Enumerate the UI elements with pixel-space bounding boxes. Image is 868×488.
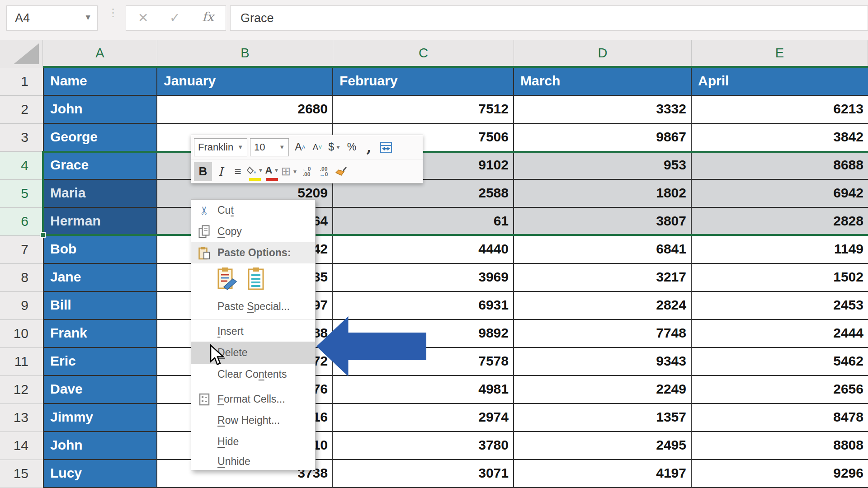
row-header-1[interactable]: 1 bbox=[0, 68, 43, 96]
menu-item-unhide[interactable]: Unhide bbox=[191, 452, 315, 471]
menu-item-insert[interactable]: Insert bbox=[191, 321, 315, 342]
bold-button[interactable]: B bbox=[194, 162, 212, 181]
cell-e12[interactable]: 2656 bbox=[692, 376, 868, 404]
row-header-2[interactable]: 2 bbox=[0, 96, 43, 124]
cell-a9[interactable]: Bill bbox=[43, 292, 157, 320]
font-size-dropdown[interactable]: 10 ▼ bbox=[250, 138, 289, 156]
font-name-dropdown[interactable]: Franklin ▼ bbox=[194, 138, 247, 156]
cell-c7[interactable]: 4440 bbox=[333, 236, 514, 264]
cell-e6[interactable]: 2828 bbox=[692, 208, 868, 236]
italic-button[interactable]: I bbox=[212, 162, 229, 181]
column-header-d[interactable]: D bbox=[514, 40, 692, 68]
cell-c9[interactable]: 6931 bbox=[333, 292, 514, 320]
cell-a6[interactable]: Herman bbox=[43, 208, 157, 236]
row-header-14[interactable]: 14 bbox=[0, 432, 43, 460]
cell-d15[interactable]: 4197 bbox=[514, 460, 692, 488]
chevron-down-icon[interactable]: ▼ bbox=[84, 13, 92, 22]
cell-e11[interactable]: 5462 bbox=[692, 348, 868, 376]
cell-a15[interactable]: Lucy bbox=[43, 460, 157, 488]
column-header-a[interactable]: A bbox=[43, 40, 157, 68]
comma-style-button[interactable]: , bbox=[360, 138, 377, 157]
cell-a13[interactable]: Jimmy bbox=[43, 404, 157, 432]
cell-header[interactable]: April bbox=[692, 68, 868, 96]
enter-icon[interactable]: ✓ bbox=[170, 10, 180, 25]
paste-values-icon[interactable] bbox=[247, 267, 265, 292]
center-align-icon[interactable]: ≡ bbox=[229, 162, 246, 181]
cell-d4[interactable]: 953 bbox=[514, 152, 692, 180]
cell-header[interactable]: February bbox=[333, 68, 514, 96]
cell-a7[interactable]: Bob bbox=[43, 236, 157, 264]
paste-keep-formatting-icon[interactable] bbox=[217, 267, 237, 292]
cell-c14[interactable]: 3780 bbox=[333, 432, 514, 460]
cell-e4[interactable]: 8688 bbox=[692, 152, 868, 180]
percent-style-button[interactable]: % bbox=[343, 138, 360, 157]
cell-d12[interactable]: 2249 bbox=[514, 376, 692, 404]
cell-e14[interactable]: 8808 bbox=[692, 432, 868, 460]
menu-item-paste-options[interactable]: Paste Options: bbox=[191, 242, 315, 263]
cell-a2[interactable]: John bbox=[43, 96, 157, 124]
cell-d13[interactable]: 1357 bbox=[514, 404, 692, 432]
cell-a14[interactable]: John bbox=[43, 432, 157, 460]
cell-a10[interactable]: Frank bbox=[43, 320, 157, 348]
cell-c15[interactable]: 3071 bbox=[333, 460, 514, 488]
selection-fill-handle[interactable] bbox=[40, 232, 46, 238]
cell-e2[interactable]: 6213 bbox=[692, 96, 868, 124]
fill-color-button[interactable]: ▼ bbox=[246, 161, 264, 183]
row-header-12[interactable]: 12 bbox=[0, 376, 43, 404]
cell-c13[interactable]: 2974 bbox=[333, 404, 514, 432]
cell-d2[interactable]: 3332 bbox=[514, 96, 692, 124]
row-header-9[interactable]: 9 bbox=[0, 292, 43, 320]
cell-d9[interactable]: 2824 bbox=[514, 292, 692, 320]
cancel-icon[interactable]: ✕ bbox=[138, 10, 148, 25]
menu-item-clear-contents[interactable]: Clear Contents bbox=[191, 364, 315, 385]
select-all-button[interactable] bbox=[0, 40, 43, 68]
row-header-7[interactable]: 7 bbox=[0, 236, 43, 264]
row-header-4[interactable]: 4 bbox=[0, 152, 43, 180]
autofit-width-icon[interactable] bbox=[377, 138, 395, 157]
borders-button[interactable]: ⊞▼ bbox=[281, 162, 298, 181]
menu-item-paste-special[interactable]: Paste Special... bbox=[191, 296, 315, 317]
cell-header[interactable]: January bbox=[157, 68, 333, 96]
cell-a5[interactable]: Maria bbox=[43, 180, 157, 208]
cell-e7[interactable]: 1149 bbox=[692, 236, 868, 264]
cell-d8[interactable]: 3217 bbox=[514, 264, 692, 292]
cell-d11[interactable]: 9343 bbox=[514, 348, 692, 376]
grow-font-button[interactable]: A˄ bbox=[292, 138, 309, 157]
cell-d6[interactable]: 3807 bbox=[514, 208, 692, 236]
cell-a1[interactable]: Name bbox=[43, 68, 157, 96]
row-header-13[interactable]: 13 bbox=[0, 404, 43, 432]
cell-a11[interactable]: Eric bbox=[43, 348, 157, 376]
format-painter-icon[interactable] bbox=[332, 162, 349, 181]
menu-item-cut[interactable]: ✂Cut bbox=[191, 200, 315, 221]
cell-e8[interactable]: 1502 bbox=[692, 264, 868, 292]
insert-function-icon[interactable]: fx bbox=[202, 9, 214, 24]
row-header-6[interactable]: 6 bbox=[0, 208, 43, 236]
cell-d14[interactable]: 2495 bbox=[514, 432, 692, 460]
row-header-15[interactable]: 15 bbox=[0, 460, 43, 488]
cell-e9[interactable]: 2453 bbox=[692, 292, 868, 320]
row-header-3[interactable]: 3 bbox=[0, 124, 43, 152]
cell-a3[interactable]: George bbox=[43, 124, 157, 152]
cell-d10[interactable]: 7748 bbox=[514, 320, 692, 348]
menu-item-copy[interactable]: Copy bbox=[191, 221, 315, 242]
cell-c2[interactable]: 7512 bbox=[333, 96, 514, 124]
cell-a4[interactable]: Grace bbox=[43, 152, 157, 180]
cell-e5[interactable]: 6942 bbox=[692, 180, 868, 208]
row-header-11[interactable]: 11 bbox=[0, 348, 43, 376]
cell-d7[interactable]: 6841 bbox=[514, 236, 692, 264]
cell-header[interactable]: March bbox=[514, 68, 692, 96]
cell-b2[interactable]: 2680 bbox=[157, 96, 333, 124]
cell-d3[interactable]: 9867 bbox=[514, 124, 692, 152]
cell-e3[interactable]: 3842 bbox=[692, 124, 868, 152]
formula-input[interactable]: Grace bbox=[230, 5, 868, 31]
column-header-c[interactable]: C bbox=[333, 40, 514, 68]
decrease-decimal-button[interactable]: ←←00.00 bbox=[298, 162, 315, 181]
cell-e15[interactable]: 9296 bbox=[692, 460, 868, 488]
menu-item-hide[interactable]: Hide bbox=[191, 431, 315, 452]
row-header-5[interactable]: 5 bbox=[0, 180, 43, 208]
row-header-10[interactable]: 10 bbox=[0, 320, 43, 348]
cell-a12[interactable]: Dave bbox=[43, 376, 157, 404]
menu-item-format-cells[interactable]: Format Cells... bbox=[191, 389, 315, 410]
cell-d5[interactable]: 1802 bbox=[514, 180, 692, 208]
cell-c12[interactable]: 4981 bbox=[333, 376, 514, 404]
